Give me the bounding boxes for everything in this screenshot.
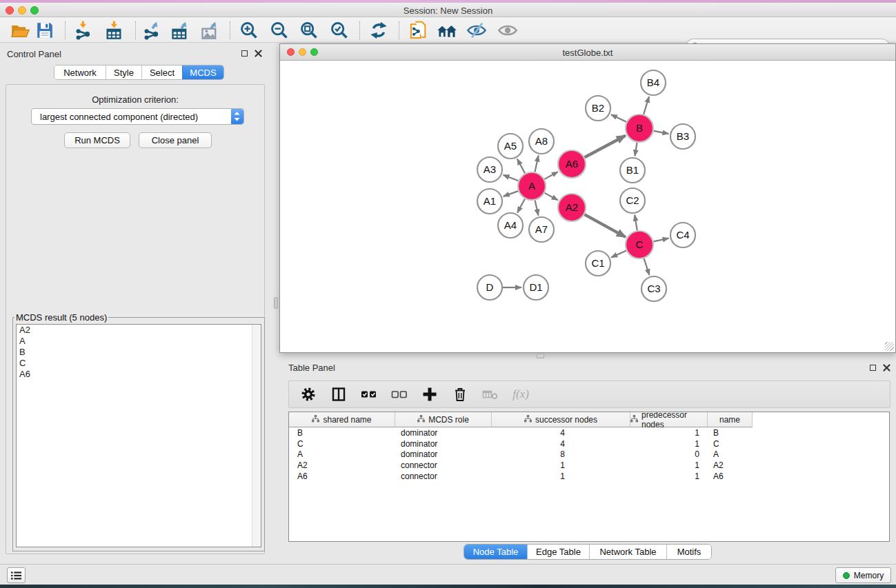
graph-node-C1[interactable]: C1	[586, 251, 610, 276]
delete-table-icon[interactable]	[482, 386, 499, 403]
graph-node-A8[interactable]: A8	[529, 129, 554, 154]
tab-network-table[interactable]: Network Table	[589, 545, 666, 559]
table-cell[interactable]: connector	[395, 460, 492, 470]
graph-node-A4[interactable]: A4	[498, 213, 523, 238]
new-network-from-selection-icon[interactable]	[408, 20, 429, 41]
graph-node-A5[interactable]: A5	[498, 134, 523, 159]
table-cell[interactable]: 1	[630, 439, 708, 449]
graph-node-B2[interactable]: B2	[586, 96, 610, 121]
graph-node-A[interactable]: A	[518, 172, 546, 200]
table-cell[interactable]: A6	[708, 472, 753, 481]
table-cell[interactable]: C	[708, 439, 753, 449]
close-table-panel-icon[interactable]	[883, 364, 890, 372]
tab-node-table[interactable]: Node Table	[464, 545, 527, 559]
table-cell[interactable]: 1	[492, 472, 630, 481]
table-cell[interactable]: A6	[289, 472, 395, 481]
graph-node-A6[interactable]: A6	[558, 150, 586, 178]
table-cell[interactable]: 4	[492, 439, 630, 449]
graph-node-A2[interactable]: A2	[558, 194, 586, 221]
zoom-in-icon[interactable]	[239, 20, 259, 41]
export-network-icon[interactable]	[141, 20, 161, 41]
column-header-successor-nodes[interactable]: successor nodes	[492, 412, 630, 427]
table-cell[interactable]: A2	[289, 460, 395, 470]
table-cell[interactable]: dominator	[395, 449, 492, 459]
mcds-result-item[interactable]: B	[17, 347, 261, 358]
graph-node-A3[interactable]: A3	[477, 157, 502, 182]
run-mcds-button[interactable]: Run MCDS	[64, 132, 130, 148]
table-cell[interactable]: A	[289, 449, 395, 459]
network-graph-canvas[interactable]: B4B2BB3A8A5A6A3B1AC2A1A2A4A7C4CC1C3DD1	[280, 61, 895, 352]
first-neighbors-icon[interactable]	[437, 20, 457, 41]
table-row[interactable]: A2connector11A2	[289, 460, 889, 471]
save-session-icon[interactable]	[34, 20, 55, 41]
graph-node-C[interactable]: C	[626, 231, 653, 258]
table-cell[interactable]: A2	[708, 460, 753, 470]
export-table-icon[interactable]	[170, 20, 190, 41]
task-history-button[interactable]	[7, 567, 26, 583]
memory-button[interactable]: Memory	[835, 567, 891, 583]
table-cell[interactable]: 1	[630, 460, 708, 470]
graph-node-C3[interactable]: C3	[641, 276, 666, 301]
add-column-icon[interactable]	[421, 386, 438, 403]
zoom-selected-icon[interactable]	[329, 20, 350, 41]
column-header-predecessor-nodes[interactable]: predecessor nodes	[630, 412, 708, 427]
mcds-result-item[interactable]: A2	[17, 325, 261, 336]
column-header-name[interactable]: name	[708, 412, 753, 427]
tab-style[interactable]: Style	[106, 65, 141, 79]
table-cell[interactable]: C	[289, 439, 395, 449]
float-table-panel-icon[interactable]	[870, 365, 876, 371]
mcds-result-item[interactable]: A6	[17, 369, 261, 380]
table-row[interactable]: A6connector11A6	[289, 471, 889, 482]
table-cell[interactable]: 1	[630, 428, 708, 438]
zoom-out-icon[interactable]	[269, 20, 290, 41]
column-header-MCDS-role[interactable]: MCDS role	[395, 412, 492, 427]
open-session-icon[interactable]	[10, 20, 31, 41]
function-builder-icon[interactable]: f(x)	[512, 386, 529, 403]
mcds-result-item[interactable]: A	[17, 336, 261, 347]
tab-select[interactable]: Select	[141, 65, 182, 79]
graph-node-A1[interactable]: A1	[477, 189, 502, 214]
table-row[interactable]: Cdominator41C	[289, 438, 889, 449]
graph-node-D1[interactable]: D1	[524, 275, 548, 300]
import-table-icon[interactable]	[103, 20, 124, 41]
tab-network[interactable]: Network	[54, 65, 106, 79]
column-header-shared-name[interactable]: shared name	[289, 412, 395, 427]
delete-column-icon[interactable]	[452, 386, 468, 403]
tab-mcds[interactable]: MCDS	[182, 65, 223, 79]
deselect-all-checkboxes-icon[interactable]	[391, 386, 408, 403]
resize-grip[interactable]	[885, 342, 894, 351]
graph-node-B[interactable]: B	[626, 114, 653, 142]
table-cell[interactable]: 1	[630, 472, 708, 481]
zoom-fit-icon[interactable]	[299, 20, 319, 41]
close-panel-icon[interactable]	[255, 50, 262, 57]
table-row[interactable]: Adominator80A	[289, 449, 889, 460]
graph-node-B3[interactable]: B3	[670, 124, 695, 149]
table-row[interactable]: Bdominator41B	[289, 427, 889, 438]
mcds-result-item[interactable]: C	[17, 358, 261, 369]
table-cell[interactable]: A	[708, 449, 753, 459]
graph-node-D[interactable]: D	[477, 275, 502, 300]
show-all-eye-icon[interactable]	[497, 20, 518, 41]
float-panel-icon[interactable]	[241, 50, 248, 57]
select-all-checkboxes-icon[interactable]	[361, 386, 377, 403]
refresh-layout-icon[interactable]	[368, 20, 389, 41]
graph-node-C2[interactable]: C2	[620, 188, 645, 213]
splitpane-handle[interactable]	[537, 354, 544, 358]
criterion-select[interactable]: largest connected component (directed)	[31, 108, 244, 125]
table-settings-gear-icon[interactable]	[300, 386, 317, 403]
graph-node-B1[interactable]: B1	[620, 158, 645, 183]
result-list-scrollbar[interactable]	[252, 325, 261, 547]
table-cell[interactable]: connector	[395, 472, 492, 481]
close-panel-button[interactable]: Close panel	[139, 132, 212, 148]
graph-node-C4[interactable]: C4	[670, 223, 695, 247]
import-network-icon[interactable]	[72, 20, 93, 41]
table-cell[interactable]: B	[289, 428, 395, 438]
table-cell[interactable]: 0	[630, 449, 708, 459]
tab-edge-table[interactable]: Edge Table	[527, 545, 589, 559]
table-cell[interactable]: 8	[492, 449, 630, 459]
graph-node-B4[interactable]: B4	[641, 70, 666, 95]
table-cell[interactable]: 4	[492, 428, 630, 438]
table-cell[interactable]: dominator	[395, 439, 492, 449]
table-cell[interactable]: dominator	[395, 428, 492, 438]
network-scrollbar-thumb[interactable]	[274, 297, 278, 309]
